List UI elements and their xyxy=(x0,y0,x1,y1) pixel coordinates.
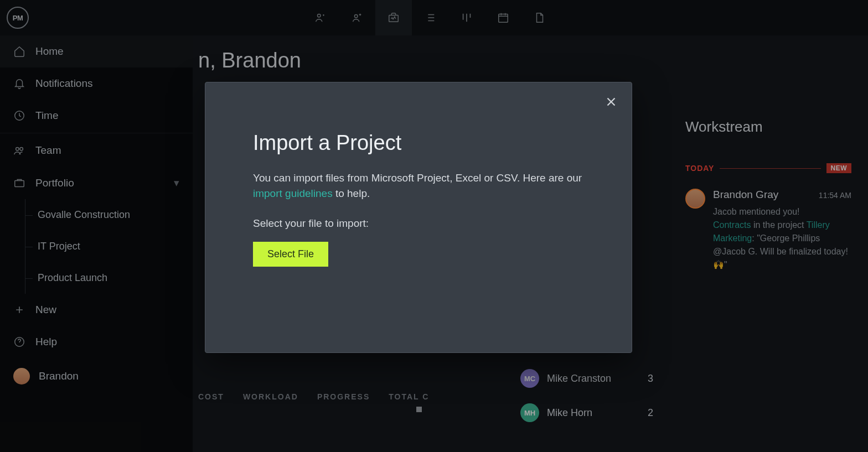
close-button[interactable] xyxy=(604,95,618,113)
select-file-button[interactable]: Select File xyxy=(253,242,328,267)
modal-title: Import a Project xyxy=(253,131,584,155)
modal-subtext: Select your file to import: xyxy=(253,217,584,230)
import-guidelines-link[interactable]: import guidelines xyxy=(253,188,333,199)
modal-description: You can import files from Microsoft Proj… xyxy=(253,170,584,201)
import-project-modal: Import a Project You can import files fr… xyxy=(205,82,632,353)
